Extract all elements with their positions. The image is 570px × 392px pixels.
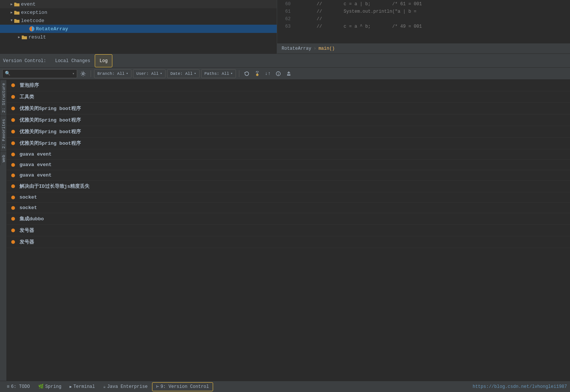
tab-log[interactable]: Log [95,54,113,67]
code-line-61: 61 // System.out.println("a | b = [277,9,570,16]
search-wrapper[interactable]: 🔍 ▾ [2,69,77,78]
branch-filter[interactable]: Branch: All ▾ [94,69,131,78]
tree-row-event[interactable]: ▶ event [0,0,277,8]
list-item[interactable]: 优雅关闭Spring boot程序 [7,114,570,126]
user-filter-label: User: All [136,71,158,76]
commit-dot [11,184,15,188]
commit-message: 解决由于ID过长导致js精度丢失 [19,183,90,190]
line-code-60: // c = a | b; /* 61 = 001 [295,1,570,9]
tree-row-rotate-array[interactable]: ▶ RotateArray [0,25,277,33]
code-line-63: 63 // c = a ^ b; /* 49 = 001 [277,24,570,31]
spring-icon: 🌿 [38,384,44,389]
show-details-btn[interactable] [274,69,283,78]
status-terminal[interactable]: ▶ Terminal [66,382,99,391]
date-filter[interactable]: Date: All ▾ [167,69,200,78]
commit-dot [11,141,15,145]
commit-dot [11,107,15,110]
list-item[interactable]: socket [7,203,570,213]
line-code-62: // [295,16,570,24]
commit-message: 工具类 [19,94,34,100]
commit-message: 发号器 [19,227,34,234]
tree-label-rotate-array: RotateArray [36,26,68,32]
list-item[interactable]: 发号器 [7,236,570,248]
commit-dot [11,217,15,221]
search-dropdown-icon[interactable]: ▾ [72,71,75,76]
line-code-61: // System.out.println("a | b = [295,9,570,16]
list-item[interactable]: 集成dubbo [7,213,570,225]
commit-message: 冒泡排序 [19,82,39,89]
line-num-61: 61 [277,9,295,16]
side-tab-structure[interactable]: 2: Structure [0,80,6,116]
breadcrumb-sep: › [313,46,316,51]
java-icon-rotate-array [29,26,34,31]
list-item[interactable]: guava event [7,170,570,181]
tree-row-result[interactable]: ▶ result [0,33,277,41]
commit-dot [11,229,15,232]
tree-row-exception[interactable]: ▶ exception [0,8,277,16]
commit-message: 优雅关闭Spring boot程序 [19,128,81,135]
tree-label-exception: exception [21,10,47,15]
side-tab-web[interactable]: Web [0,151,6,165]
sep2 [239,70,239,77]
svg-point-0 [82,73,84,74]
get-incoming-btn[interactable]: ↓↑ [263,69,272,78]
breadcrumb-class: RotateArray [282,46,311,51]
list-item[interactable]: 发号器 [7,225,570,236]
commit-list: 冒泡排序 工具类 优雅关闭Spring boot程序 优雅关闭Spring bo… [7,80,570,392]
status-version-control[interactable]: ⊢ 9: Version Control [152,382,213,391]
tree-label-leetcode: leetcode [21,18,44,24]
list-item[interactable]: 解决由于ID过长导致js精度丢失 [7,181,570,192]
status-url: https://blog.csdn.net/lvhonglei1987 [473,384,567,389]
cherry-pick-btn[interactable] [253,69,262,78]
breadcrumb-bar: RotateArray › main() [277,43,570,54]
collapse-arrow-leetcode: ▼ [9,19,14,22]
folder-icon-event [14,2,19,6]
commit-message: guava event [19,172,52,178]
status-spring[interactable]: 🌿 Spring [34,382,65,391]
spring-label: Spring [45,384,61,389]
tab-local-changes[interactable]: Local Changes [51,54,95,67]
list-item[interactable]: 优雅关闭Spring boot程序 [7,138,570,149]
search-input[interactable] [12,71,72,76]
branch-filter-label: Branch: All [97,71,125,76]
collapse-arrow-result: ▶ [16,35,22,39]
commit-message: 优雅关闭Spring boot程序 [19,105,81,112]
list-item[interactable]: 优雅关闭Spring boot程序 [7,103,570,114]
list-item[interactable]: 优雅关闭Spring boot程序 [7,126,570,138]
user-filter[interactable]: User: All ▾ [133,69,166,78]
date-filter-label: Date: All [170,71,192,76]
paths-filter[interactable]: Paths: All ▾ [201,69,236,78]
folder-icon-leetcode [14,18,19,23]
branch-filter-arrow: ▾ [126,71,128,76]
code-line-62: 62 // [277,16,570,24]
line-num-62: 62 [277,16,295,24]
tree-row-leetcode[interactable]: ▼ leetcode [0,16,277,25]
java-enterprise-icon: ☕ [103,384,106,389]
side-tab-favorites[interactable]: 2: Favorites [0,116,6,151]
status-bar: ≡ 6: TODO 🌿 Spring ▶ Terminal ☕ Java Ent… [0,381,570,392]
status-todo[interactable]: ≡ 6: TODO [3,382,34,391]
commit-dot [11,83,15,87]
export-btn[interactable] [284,69,293,78]
vc-toolbar: Version Control: Local Changes Log [0,54,570,68]
commit-dot [11,240,15,244]
commit-message: 集成dubbo [19,215,44,222]
svg-point-3 [278,73,279,73]
list-item[interactable]: guava event [7,149,570,160]
status-java-enterprise[interactable]: ☕ Java Enterprise [99,382,151,391]
commit-message: 优雅关闭Spring boot程序 [19,140,81,147]
terminal-label: Terminal [73,384,95,389]
commit-message: guava event [19,162,52,168]
line-code-63: // c = a ^ b; /* 49 = 001 [295,24,570,31]
list-item[interactable]: socket [7,192,570,203]
search-icon: 🔍 [5,71,10,76]
list-item[interactable]: 冒泡排序 [7,80,570,91]
list-item[interactable]: 工具类 [7,91,570,103]
paths-filter-label: Paths: All [204,71,229,76]
refresh-btn[interactable] [242,69,251,78]
user-filter-arrow: ▾ [160,71,162,76]
line-num-60: 60 [277,1,295,9]
todo-label: 6: TODO [11,384,30,389]
list-item[interactable]: guava event [7,160,570,170]
settings-icon-btn[interactable] [79,69,88,78]
